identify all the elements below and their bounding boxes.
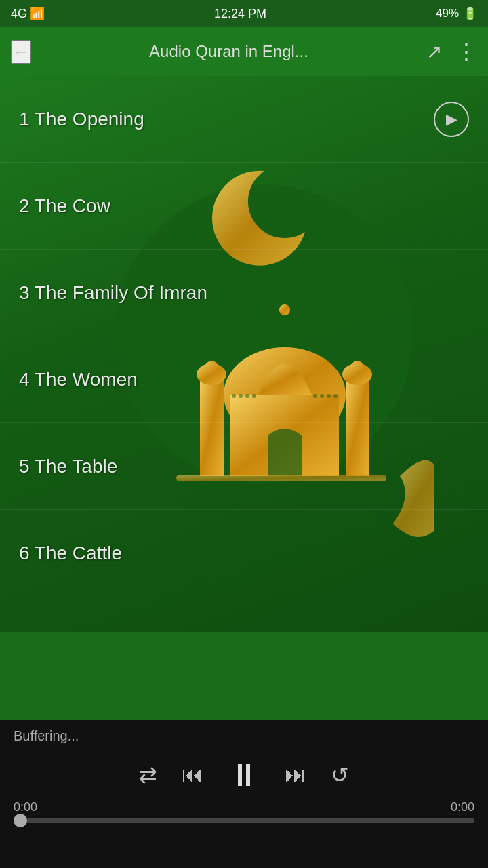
battery-indicator: 49% 🔋 [436,7,477,21]
signal-bars: 📶 [30,6,45,21]
sura-label-5: 5 The Table [19,456,117,477]
seekbar[interactable] [14,818,474,823]
prev-button[interactable]: ⏮ [182,762,203,787]
battery-percent: 49% [436,7,459,20]
sura-item-4[interactable]: 4 The Women [0,336,488,423]
top-bar-actions: ↗ ⋮ [426,39,477,64]
time-elapsed: 0:00 [14,800,37,814]
sura-item-6[interactable]: 6 The Cattle [0,510,488,597]
sura-label-6: 6 The Cattle [19,542,122,564]
play-button-1[interactable]: ▶ [434,102,469,137]
seekbar-thumb[interactable] [14,814,27,827]
sura-item-3[interactable]: 3 The Family Of Imran [0,250,488,336]
sura-list: 1 The Opening ▶ 2 The Cow 3 The Family O… [0,76,488,597]
sura-label-3: 3 The Family Of Imran [19,282,207,304]
player-time-row: 0:00 0:00 [14,800,474,814]
sura-item-5[interactable]: 5 The Table [0,423,488,510]
time-display: 12:24 PM [214,7,266,21]
sura-label-1: 1 The Opening [19,108,144,130]
shuffle-button[interactable]: ⇄ [139,762,157,788]
sura-item-2[interactable]: 2 The Cow [0,163,488,250]
next-button[interactable]: ⏭ [285,762,306,787]
main-content: 1 The Opening ▶ 2 The Cow 3 The Family O… [0,76,488,632]
more-options-button[interactable]: ⋮ [455,39,477,64]
app-title: Audio Quran in Engl... [42,42,415,61]
back-button[interactable] [11,40,31,64]
sura-label-2: 2 The Cow [19,195,110,217]
signal-text: 4G [11,7,27,21]
battery-icon: 🔋 [463,7,477,21]
pause-button[interactable]: ⏸ [228,756,260,793]
status-bar: 4G 📶 12:24 PM 49% 🔋 [0,0,488,27]
time-total: 0:00 [451,800,474,814]
play-icon-1: ▶ [446,111,458,128]
signal-indicator: 4G 📶 [11,6,45,21]
player-bar: Buffering... ⇄ ⏮ ⏸ ⏭ ↺ 0:00 0:00 [0,720,488,868]
player-status: Buffering... [14,728,474,744]
sura-label-4: 4 The Women [19,369,138,391]
player-controls: ⇄ ⏮ ⏸ ⏭ ↺ [14,756,474,793]
top-bar: Audio Quran in Engl... ↗ ⋮ [0,27,488,76]
sura-item-1[interactable]: 1 The Opening ▶ [0,76,488,163]
share-button[interactable]: ↗ [426,41,442,63]
repeat-button[interactable]: ↺ [331,762,349,788]
